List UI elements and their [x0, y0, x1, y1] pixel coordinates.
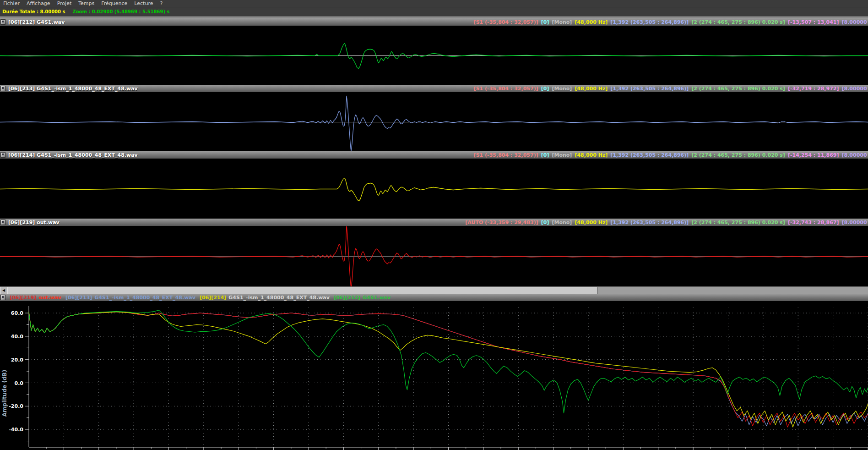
track-info-segment: [Mono]: [552, 220, 572, 225]
track-info-segment: [1,392 (263,505 : 264,896)]: [610, 19, 689, 25]
menu-item-?[interactable]: ?: [160, 0, 163, 6]
track-info-segment: [-32,719 : 28,972]: [788, 86, 839, 92]
legend-entry-id: [06][219]: [10, 295, 36, 301]
track-header-4[interactable]: [06][219] out.wav[AUTO (-33,359 : 29,483…: [0, 219, 868, 226]
y-tick-label: 40.0: [11, 334, 23, 340]
waveform-trace: [0, 178, 868, 201]
y-axis-title: Amplitude (dB): [1, 370, 8, 417]
y-tick-label: 20.0: [11, 357, 23, 363]
track-info-segment: [-14,254 : 11,869]: [788, 152, 839, 158]
track-title: [06][212] G4S1.wav: [8, 19, 65, 25]
track-widget-icon[interactable]: [0, 220, 5, 225]
menu-item-frquence[interactable]: Fréquence: [101, 0, 127, 6]
track-info-segment: [S1 (-35,804 : 32,057)]: [474, 19, 538, 25]
menu-item-temps[interactable]: Temps: [78, 0, 94, 6]
menu-item-fichier[interactable]: Fichier: [3, 0, 20, 6]
track-info-segment: [1,392 (263,505 : 264,896)]: [610, 152, 689, 158]
legend-entry-4[interactable]: [06][212]G4S1.wav: [334, 295, 391, 301]
track-title: [06][213] G4S1_-ism_1_48000_48_EXT_48.wa…: [8, 86, 138, 92]
tracks-container: [06][212] G4S1.wav[S1 (-35,804 : 32,057)…: [0, 18, 868, 286]
y-tick-label: -40.0: [9, 427, 23, 433]
legend-entry-filename: G4S1.wav: [363, 295, 391, 301]
h-scrollbar[interactable]: ◀: [0, 286, 868, 294]
track-info-segment: [2 (274 : 465, 275 : 896) 0.020 s]: [691, 19, 785, 25]
track-info-segment: [0]: [541, 220, 549, 225]
waveform-view-3[interactable]: [0, 159, 868, 219]
x-gridlines: [64, 307, 868, 447]
track-title: [06][214] G4S1_-ism_1_48000_48_EXT_48.wa…: [8, 152, 138, 158]
waveform-view-1[interactable]: [0, 26, 868, 85]
track-info: [S1 (-35,804 : 32,057)][0][Mono][48,000 …: [474, 152, 868, 158]
spectrum-legend-bar: [06][219]out.wav[06][213]G4S1_-ism_1_480…: [0, 294, 868, 302]
waveform-trace: [0, 96, 868, 151]
track-info-segment: [8.00000 s: [841, 19, 868, 25]
waveform-view-2[interactable]: [0, 93, 868, 151]
total-duration-label: Durée Totale : 8.00000 s: [2, 9, 65, 14]
spectrum-plot[interactable]: 60.040.020.00.0-20.0-40.0Amplitude (dB): [0, 302, 868, 450]
y-tick-label: 0.0: [15, 380, 24, 386]
legend-entry-id: [06][214]: [200, 295, 226, 301]
zoom-info-label: Zoom : 0.02900 (5.48969 : 5.51869) s: [72, 9, 169, 14]
track-info-segment: [0]: [541, 19, 549, 25]
track-info: [S1 (-35,804 : 32,057)][0][Mono][48,000 …: [474, 86, 868, 92]
track-info-segment: [0]: [541, 86, 549, 92]
track-info-segment: [1,392 (263,505 : 264,896)]: [610, 86, 689, 92]
spectrum-panel[interactable]: 60.040.020.00.0-20.0-40.0Amplitude (dB): [0, 302, 868, 450]
status-bar: Durée Totale : 8.00000 s Zoom : 0.02900 …: [0, 7, 868, 16]
track-info-segment: [-13,507 : 13,041]: [788, 19, 839, 25]
left-arrow-icon: ◀: [2, 289, 5, 292]
track-header-2[interactable]: [06][213] G4S1_-ism_1_48000_48_EXT_48.wa…: [0, 85, 868, 93]
track-info-segment: [8.00000 s: [841, 152, 868, 158]
track-info-segment: [AUTO (-33,359 : 29,483)]: [465, 220, 538, 225]
track-info-segment: [-32,743 : 28,867]: [788, 220, 839, 225]
track-info-segment: [8.00000 s: [841, 86, 868, 92]
menu-item-lecture[interactable]: Lecture: [134, 0, 153, 6]
legend-entry-filename: G4S1_-ism_1_48000_48_EXT_48.wav: [94, 295, 195, 301]
track-info-segment: [2 (274 : 465, 275 : 896) 0.020 s]: [691, 86, 785, 92]
h-scrollbar-thumb[interactable]: [7, 287, 598, 294]
track-widget-icon[interactable]: [0, 152, 5, 158]
y-tick-label: 60.0: [11, 310, 23, 316]
legend-entry-id: [06][213]: [65, 295, 92, 301]
legend-entry-1[interactable]: [06][219]out.wav: [10, 295, 61, 301]
waveform-view-4[interactable]: [0, 226, 868, 286]
track-widget-icon[interactable]: [0, 19, 5, 25]
track-info-segment: [2 (274 : 465, 275 : 896) 0.020 s]: [691, 152, 785, 158]
menu-item-projet[interactable]: Projet: [57, 0, 72, 6]
track-info-segment: [S1 (-35,804 : 32,057)]: [474, 86, 538, 92]
track-info-segment: [0]: [541, 152, 549, 158]
track-info-segment: [48,000 Hz]: [575, 220, 608, 225]
menu-bar: FichierAffichageProjetTempsFréquenceLect…: [0, 0, 868, 7]
track-info: [AUTO (-33,359 : 29,483)][0][Mono][48,00…: [465, 220, 868, 225]
track-widget-icon[interactable]: [0, 86, 5, 91]
track-info-segment: [48,000 Hz]: [575, 152, 608, 158]
track-title: [06][219] out.wav: [8, 220, 60, 225]
track-info-segment: [1,392 (263,505 : 264,896)]: [610, 220, 689, 225]
track-info-segment: [2 (274 : 465, 275 : 896) 0.020 s]: [691, 220, 785, 225]
spectrum-widget-icon[interactable]: [0, 295, 5, 300]
track-info-segment: [48,000 Hz]: [575, 86, 608, 92]
track-info-segment: [48,000 Hz]: [575, 19, 608, 25]
menu-item-affichage[interactable]: Affichage: [27, 0, 50, 6]
scroll-left-button[interactable]: ◀: [0, 287, 7, 294]
legend-entry-id: [06][212]: [334, 295, 360, 301]
track-header-3[interactable]: [06][214] G4S1_-ism_1_48000_48_EXT_48.wa…: [0, 151, 868, 159]
y-axis: 60.040.020.00.0-20.0-40.0Amplitude (dB): [1, 306, 868, 450]
track-header-1[interactable]: [06][212] G4S1.wav[S1 (-35,804 : 32,057)…: [0, 18, 868, 26]
legend-entry-filename: out.wav: [38, 295, 61, 301]
track-info: [S1 (-35,804 : 32,057)][0][Mono][48,000 …: [474, 19, 868, 25]
track-info-segment: [Mono]: [552, 152, 572, 158]
legend-entry-2[interactable]: [06][213]G4S1_-ism_1_48000_48_EXT_48.wav: [65, 295, 195, 301]
track-info-segment: [8.00000 s: [841, 220, 868, 225]
track-info-segment: [Mono]: [552, 19, 572, 25]
spectrum-trace-4: [29, 310, 868, 413]
track-info-segment: [S1 (-35,804 : 32,057)]: [474, 152, 538, 158]
y-tick-label: -20.0: [9, 403, 23, 409]
legend-entry-3[interactable]: [06][214]G4S1_-ism_1_48000_48_EXT_48.wav: [200, 295, 330, 301]
track-info-segment: [Mono]: [552, 86, 572, 92]
legend-entry-filename: G4S1_-ism_1_48000_48_EXT_48.wav: [228, 295, 330, 301]
